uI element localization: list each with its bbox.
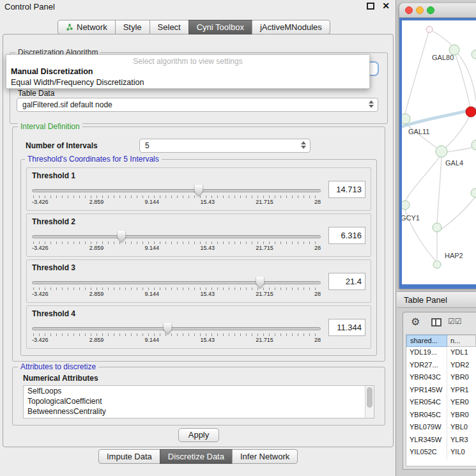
- cell[interactable]: YPR1: [447, 385, 476, 397]
- table-row[interactable]: YDR27...YDR2: [406, 360, 476, 372]
- network-node[interactable]: [436, 146, 447, 157]
- table-row[interactable]: YLR345WYLR3: [406, 434, 476, 447]
- table-row[interactable]: YDL19...YDL1: [406, 347, 476, 360]
- table-row[interactable]: YIL052CYIL0: [406, 447, 476, 459]
- interval-definition-title: Interval Definition: [18, 122, 82, 131]
- cell[interactable]: YER054C: [406, 397, 447, 410]
- tab-network[interactable]: Network: [58, 20, 116, 35]
- algorithm-dropdown-popup: Select algorithm to view settings Manual…: [6, 54, 370, 89]
- cell[interactable]: YIL052C: [406, 447, 447, 459]
- mac-close-icon[interactable]: [405, 6, 413, 14]
- checkbox-icons[interactable]: ☑☑: [448, 317, 462, 326]
- column-header-shared-name[interactable]: shared...: [406, 335, 447, 347]
- apply-button[interactable]: Apply: [178, 428, 219, 442]
- slider-thumb[interactable]: [164, 323, 172, 334]
- cell[interactable]: YBL079W: [406, 422, 447, 434]
- threshold-4-panel: Threshold 4 -3.426 2.859 9.144 15.43 21.…: [26, 305, 371, 349]
- network-node[interactable]: [433, 261, 441, 268]
- tab-style[interactable]: Style: [115, 20, 150, 35]
- network-node[interactable]: [402, 201, 410, 210]
- cell[interactable]: YBR0: [447, 410, 476, 422]
- slider-thumb[interactable]: [118, 231, 126, 242]
- threshold-1-value-field[interactable]: 14.713: [328, 181, 365, 198]
- cell[interactable]: YBR0: [447, 372, 476, 385]
- close-icon[interactable]: ✕: [382, 1, 390, 11]
- gear-icon[interactable]: ⚙: [411, 316, 420, 328]
- cell[interactable]: YIL0: [447, 447, 476, 459]
- threshold-4-slider[interactable]: -3.426 2.859 9.144 15.43 21.715 28: [32, 321, 321, 348]
- network-node[interactable]: [426, 26, 433, 33]
- cell[interactable]: YBR043C: [406, 372, 447, 385]
- slider-track[interactable]: [32, 189, 321, 192]
- slider-track[interactable]: [32, 281, 321, 284]
- cell[interactable]: YDR27...: [406, 360, 447, 372]
- cell[interactable]: YDL1: [447, 347, 476, 360]
- table-row[interactable]: YPR145WYPR1: [406, 385, 476, 397]
- slider-thumb[interactable]: [194, 185, 203, 196]
- table-row[interactable]: YER054CYER0: [406, 397, 476, 410]
- list-item[interactable]: TopologicalCoefficient: [24, 396, 374, 406]
- list-item[interactable]: BetweennessCentrality: [24, 406, 374, 417]
- algorithm-placeholder-item[interactable]: Select algorithm to view settings: [6, 55, 369, 66]
- tick-label: 2.859: [89, 199, 104, 205]
- table-data-combobox[interactable]: galFiltered.sif default node: [17, 98, 378, 112]
- slider-ticks: [33, 334, 319, 336]
- scrollbar-thumb[interactable]: [367, 387, 372, 408]
- tick-label: 28: [314, 199, 321, 205]
- columns-icon[interactable]: [431, 318, 441, 326]
- tab-jactivemnodules[interactable]: jActiveMNodules: [252, 20, 330, 35]
- table-row[interactable]: YBR045CYBR0: [406, 410, 476, 422]
- network-node[interactable]: [472, 50, 476, 59]
- column-header-name[interactable]: n...: [447, 335, 476, 347]
- network-node[interactable]: [402, 114, 410, 124]
- slider-tick-labels: -3.426 2.859 9.144 15.43 21.715 28: [32, 199, 321, 205]
- threshold-2-slider[interactable]: -3.426 2.859 9.144 15.43 21.715 28: [32, 229, 321, 256]
- table-panel-title: Table Panel: [404, 295, 447, 305]
- slider-thumb[interactable]: [256, 277, 265, 288]
- threshold-2-label: Threshold 2: [32, 217, 75, 226]
- cell[interactable]: YDR2: [447, 360, 476, 372]
- numerical-attributes-list[interactable]: SelfLoops TopologicalCoefficient Between…: [23, 385, 374, 418]
- cell[interactable]: YDL19...: [406, 347, 447, 360]
- threshold-3-value-field[interactable]: 21.4: [328, 273, 365, 290]
- cell[interactable]: YBL0: [447, 422, 476, 434]
- threshold-1-slider[interactable]: -3.426 2.859 9.144 15.43 21.715 28: [32, 183, 321, 210]
- network-node-selected[interactable]: [466, 107, 476, 117]
- table-panel-titlebar[interactable]: Table Panel: [397, 291, 476, 308]
- tab-cyni-toolbox[interactable]: Cyni Toolbox: [188, 20, 252, 35]
- threshold-3-slider[interactable]: -3.426 2.859 9.144 15.43 21.715 28: [32, 275, 321, 302]
- slider-tick-labels: -3.426 2.859 9.144 15.43 21.715 28: [32, 245, 321, 251]
- cell[interactable]: YLR3: [447, 434, 476, 447]
- network-node[interactable]: [433, 223, 441, 232]
- table-row[interactable]: YBL079WYBL0: [406, 422, 476, 434]
- tab-impute-data[interactable]: Impute Data: [98, 449, 160, 464]
- cell[interactable]: YLR345W: [406, 434, 447, 447]
- threshold-4-label: Threshold 4: [32, 309, 75, 318]
- list-item[interactable]: SelfLoops: [24, 386, 374, 396]
- threshold-1-label: Threshold 1: [32, 171, 75, 180]
- tab-label: Impute Data: [107, 452, 152, 461]
- cell[interactable]: YBR045C: [406, 410, 447, 422]
- slider-track[interactable]: [32, 235, 321, 238]
- tab-discretize-data[interactable]: Discretize Data: [160, 449, 233, 464]
- cell[interactable]: YER0: [447, 397, 476, 410]
- mac-zoom-icon[interactable]: [427, 6, 434, 14]
- table-row[interactable]: YBR043CYBR0: [406, 372, 476, 385]
- tab-select[interactable]: Select: [150, 20, 189, 35]
- threshold-4-value-field[interactable]: 11.344: [328, 319, 365, 336]
- network-node[interactable]: [471, 188, 476, 197]
- float-window-icon[interactable]: [367, 3, 374, 10]
- network-canvas[interactable]: GAL80 GAL11 GAL4 GCY1 HAP2: [402, 20, 476, 284]
- threshold-2-value-field[interactable]: 6.316: [328, 227, 365, 244]
- tab-infer-network[interactable]: Infer Network: [232, 449, 298, 464]
- mac-minimize-icon[interactable]: [416, 6, 424, 14]
- network-node[interactable]: [472, 140, 476, 150]
- tick-label: 2.859: [89, 245, 104, 251]
- scrollbar[interactable]: [365, 386, 374, 418]
- algorithm-option-manual-discretization[interactable]: Manual Discretization: [6, 66, 369, 77]
- slider-track[interactable]: [32, 327, 321, 330]
- number-of-intervals-combobox[interactable]: 5: [139, 139, 311, 153]
- cell[interactable]: YPR145W: [406, 385, 447, 397]
- network-window-titlebar[interactable]: [399, 3, 476, 18]
- algorithm-option-equal-width-frequency[interactable]: Equal Width/Frequency Discretization: [6, 77, 369, 88]
